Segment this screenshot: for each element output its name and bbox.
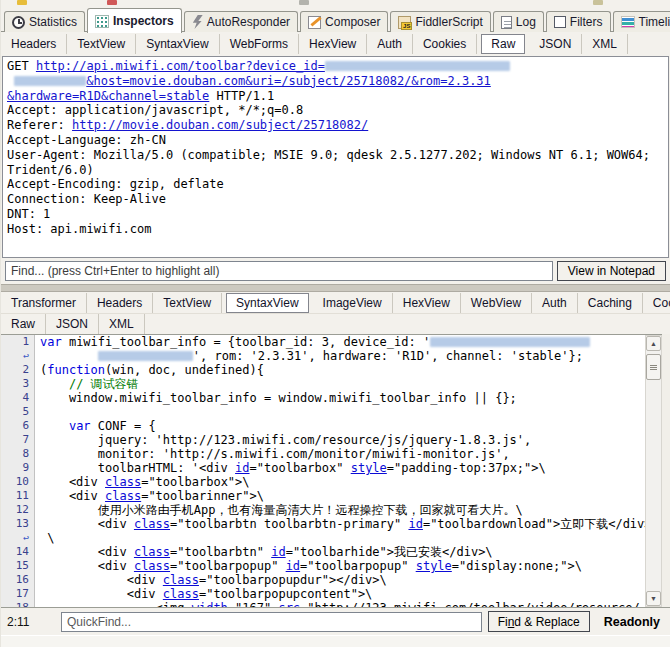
line-number: 4 — [1, 391, 35, 405]
find-and-replace-button[interactable]: Find & Replace — [488, 611, 590, 632]
text-segment: id — [271, 545, 285, 559]
code-line: 14 <div class="toolbarbtn" id="toolbarhi… — [1, 545, 645, 559]
text-segment: class — [134, 517, 170, 531]
request-tab-hexview[interactable]: HexView — [299, 34, 367, 54]
request-tab-webforms[interactable]: WebForms — [220, 34, 299, 54]
text-segment: function — [47, 363, 105, 377]
response-tab-textview[interactable]: TextView — [153, 293, 222, 313]
text-segment: monitor: 'http://s.miwifi.com/monitor/mi… — [40, 447, 510, 461]
code-line-text: ', rom: '2.3.31', hardware: 'R1D', chann… — [35, 349, 645, 363]
scrollbar-thumb[interactable] — [646, 354, 661, 380]
tab-label: Log — [516, 15, 536, 29]
timeline-bars-icon — [621, 16, 635, 28]
text-segment: &hardware=R1D&channel=stable — [7, 89, 209, 103]
text-segment: ="toolbarpopupcontent">\ — [199, 587, 372, 601]
request-tab-xml[interactable]: XML — [582, 34, 628, 54]
code-line-text: <div class="toolbarinner">\ — [35, 489, 645, 503]
code-line-text: toolbarHTML: '<div id="toolbarbox" style… — [35, 461, 645, 475]
response-tab-raw[interactable]: Raw — [1, 314, 46, 334]
text-segment: miwifi_toolbar_info = {toolbar_id: 3, de… — [62, 335, 430, 349]
tab-autoresponder[interactable]: AutoResponder — [184, 11, 298, 32]
text-segment: Accept-Encoding: gzip, deflate — [7, 177, 224, 191]
request-header-line: Connection: Keep-Alive — [7, 192, 664, 207]
text-segment: <div — [40, 545, 134, 559]
request-tab-json[interactable]: JSON — [529, 34, 582, 54]
redacted-value — [14, 76, 86, 86]
line-number: 11 — [1, 489, 35, 503]
code-area[interactable]: 1var miwifi_toolbar_info = {toolbar_id: … — [1, 335, 645, 607]
text-segment: <div — [40, 587, 163, 601]
code-line: 15 <div class="toolbarpopup" id="toolbar… — [1, 559, 645, 573]
syntax-view-editor: 1var miwifi_toolbar_info = {toolbar_id: … — [1, 334, 662, 607]
toolbar-fragment — [17, 0, 27, 5]
view-in-notepad-button[interactable]: View in Notepad — [557, 261, 666, 281]
panel-splitter[interactable] — [1, 284, 670, 292]
script-js-icon — [398, 16, 411, 29]
cursor-position: 2:11 — [7, 615, 55, 629]
request-tab-textview[interactable]: TextView — [67, 34, 136, 54]
response-tab-webview[interactable]: WebView — [461, 293, 532, 313]
request-header-line: Trident/6.0) — [7, 163, 664, 178]
line-number: 10 — [1, 475, 35, 489]
response-tab-caching[interactable]: Caching — [578, 293, 643, 313]
tab-log[interactable]: Log — [493, 11, 544, 32]
clipped-toolbar-strip — [1, 0, 670, 6]
request-raw-view[interactable]: GET http://api.miwifi.com/toolbar?device… — [2, 56, 669, 258]
line-number: 1 — [1, 335, 35, 349]
text-segment: HTTP/1.1 — [209, 89, 274, 103]
tab-timeline[interactable]: Timeline — [613, 11, 670, 32]
request-tab-cookies[interactable]: Cookies — [413, 34, 477, 54]
line-wrap-icon: ↩ — [1, 531, 35, 545]
find-replace-label: d & Replace — [514, 615, 579, 629]
text-segment: ="toolbarhide">我已安装</div>\ — [286, 545, 493, 559]
find-input[interactable] — [5, 261, 553, 281]
text-segment: ="toolbarbtn" — [170, 545, 271, 559]
tab-inspectors[interactable]: Inspectors — [87, 8, 182, 33]
line-number: 14 — [1, 545, 35, 559]
tab-composer[interactable]: Composer — [300, 11, 388, 32]
code-line-text: (function(win, doc, undefined){ — [35, 363, 645, 377]
text-segment: ="toolbardownload">立即下载</div> — [423, 517, 645, 531]
text-segment: var — [69, 419, 91, 433]
text-segment: ="display:none;">\ — [452, 559, 582, 573]
request-tab-raw[interactable]: Raw — [481, 34, 525, 54]
editor-vertical-scrollbar[interactable]: ▲ ▼ — [645, 335, 662, 607]
request-header-line: GET http://api.miwifi.com/toolbar?device… — [7, 59, 664, 74]
text-segment: style — [351, 461, 387, 475]
readonly-indicator: Readonly — [604, 615, 660, 629]
tab-fiddlerscript[interactable]: FiddlerScript — [390, 11, 490, 32]
response-tab-transformer[interactable]: Transformer — [1, 293, 87, 313]
tab-label: Filters — [570, 15, 603, 29]
code-line: 2(function(win, doc, undefined){ — [1, 363, 645, 377]
request-header-line: Host: api.miwifi.com — [7, 222, 664, 237]
response-tab-imageview[interactable]: ImageView — [313, 293, 393, 313]
redacted-value — [98, 351, 193, 361]
response-tab-auth[interactable]: Auth — [532, 293, 578, 313]
response-tab-json[interactable]: JSON — [46, 314, 99, 334]
text-segment: class — [105, 489, 141, 503]
text-segment — [40, 377, 69, 391]
response-tab-headers[interactable]: Headers — [87, 293, 153, 313]
response-tab-cookies[interactable]: Cookies — [643, 293, 670, 313]
text-segment: http://api.miwifi.com/toolbar?device_id= — [36, 59, 325, 73]
tab-filters[interactable]: Filters — [546, 11, 611, 32]
request-tab-headers[interactable]: Headers — [1, 34, 67, 54]
request-tab-syntaxview[interactable]: SyntaxView — [136, 34, 219, 54]
tab-statistics[interactable]: Statistics — [4, 11, 85, 32]
text-segment: var — [40, 335, 62, 349]
request-header-line: &host=movie.douban.com&uri=/subject/2571… — [7, 74, 664, 89]
response-tab-xml[interactable]: XML — [99, 314, 145, 334]
response-tab-syntaxview[interactable]: SyntaxView — [226, 293, 308, 313]
quickfind-input[interactable] — [61, 612, 482, 632]
text-segment: ="toolbarbox">\ — [141, 475, 249, 489]
code-line: 12 使用小米路由手机App，也有海量高清大片！远程操控下载，回家就可看大片。\ — [1, 503, 645, 517]
line-number: 15 — [1, 559, 35, 573]
line-number: 5 — [1, 405, 35, 419]
scroll-down-arrow-icon[interactable]: ▼ — [646, 591, 661, 606]
line-number: 7 — [1, 433, 35, 447]
request-tab-auth[interactable]: Auth — [367, 34, 413, 54]
toolbar-fragment — [107, 0, 117, 5]
scroll-up-arrow-icon[interactable]: ▲ — [646, 336, 661, 351]
response-tab-hexview[interactable]: HexView — [393, 293, 461, 313]
code-line-text: <div class="toolbarbox">\ — [35, 475, 645, 489]
